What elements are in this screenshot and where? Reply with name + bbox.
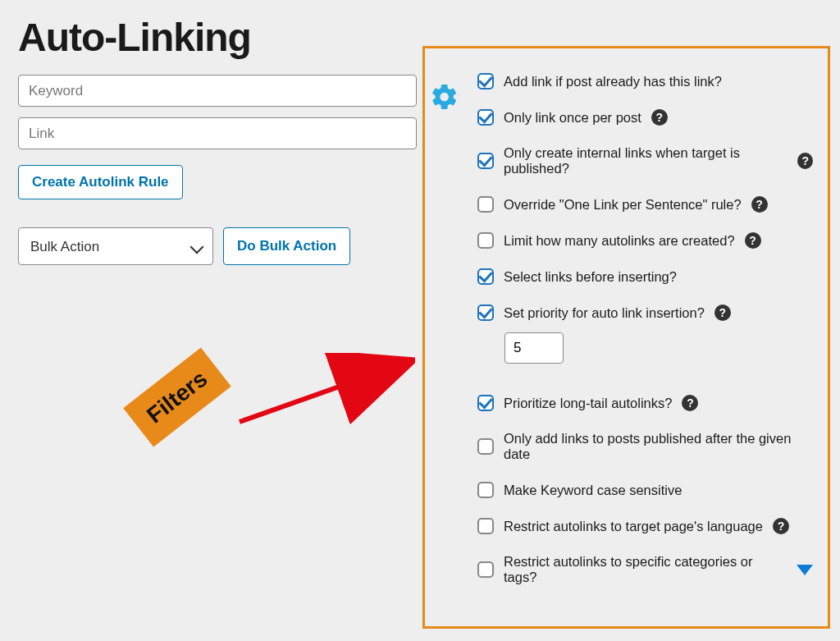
create-autolink-rule-button[interactable]: Create Autolink Rule [18,165,183,199]
checkbox-restrict-cat[interactable] [477,561,494,578]
setting-after-date: Only add links to posts published after … [477,421,813,472]
setting-select-before: Select links before inserting? [477,259,813,295]
priority-input[interactable] [504,332,564,364]
annotation-arrow-icon [235,353,415,427]
checkbox-set-priority[interactable] [477,304,494,321]
help-icon[interactable]: ? [682,395,698,411]
setting-label: Limit how many autolinks are created? [504,233,735,249]
checkbox-limit-count[interactable] [477,232,494,249]
setting-label: Prioritize long-tail autolinks? [504,396,672,411]
checkbox-add-if-exists[interactable] [477,73,494,89]
setting-label: Only link once per post [504,110,641,126]
svg-line-1 [240,364,402,422]
setting-restrict-cat: Restrict autolinks to specific categorie… [477,544,813,595]
checkbox-after-date[interactable] [477,438,494,455]
setting-label: Restrict autolinks to specific categorie… [504,554,783,585]
link-input[interactable] [18,117,417,149]
help-icon[interactable]: ? [773,518,789,534]
help-icon[interactable]: ? [745,232,761,249]
annotation-filters-label: Filters [123,347,231,446]
setting-label: Only create internal links when target i… [504,145,788,176]
checkbox-select-before[interactable] [477,268,494,285]
bulk-action-select[interactable]: Bulk Action [18,227,213,265]
checkbox-case-sensitive[interactable] [477,482,494,498]
setting-label: Make Keyword case sensitive [504,483,682,498]
setting-label: Override "One Link per Sentence" rule? [504,197,742,213]
setting-label: Select links before inserting? [504,269,677,285]
checkbox-override-one[interactable] [477,196,494,213]
setting-set-priority: Set priority for auto link insertion? ? [477,295,813,331]
setting-label: Restrict autolinks to target page's lang… [504,519,763,534]
do-bulk-action-button[interactable]: Do Bulk Action [223,227,350,265]
keyword-input[interactable] [18,75,417,107]
setting-restrict-lang: Restrict autolinks to target page's lang… [477,508,813,544]
settings-panel: Add link if post already has this link? … [422,46,830,629]
settings-list: Add link if post already has this link? … [477,63,813,595]
help-icon[interactable]: ? [797,153,813,169]
checkbox-once-per-post[interactable] [477,109,494,126]
setting-label: Set priority for auto link insertion? [504,305,705,321]
checkbox-internal-published[interactable] [477,153,494,169]
help-icon[interactable]: ? [751,196,768,213]
setting-prioritize-long: Prioritize long-tail autolinks? ? [477,385,813,421]
expand-icon[interactable] [797,565,813,575]
checkbox-restrict-lang[interactable] [477,518,494,534]
setting-once-per-post: Only link once per post ? [477,99,813,135]
setting-limit-count: Limit how many autolinks are created? ? [477,222,813,259]
setting-case-sensitive: Make Keyword case sensitive [477,472,813,508]
setting-internal-published: Only create internal links when target i… [477,135,813,186]
setting-label: Add link if post already has this link? [504,74,722,89]
help-icon[interactable]: ? [714,304,731,321]
setting-override-one: Override "One Link per Sentence" rule? ? [477,186,813,222]
setting-label: Only add links to posts published after … [504,431,813,462]
checkbox-prioritize-long[interactable] [477,395,494,411]
help-icon[interactable]: ? [651,109,668,126]
setting-add-if-exists: Add link if post already has this link? [477,63,813,99]
